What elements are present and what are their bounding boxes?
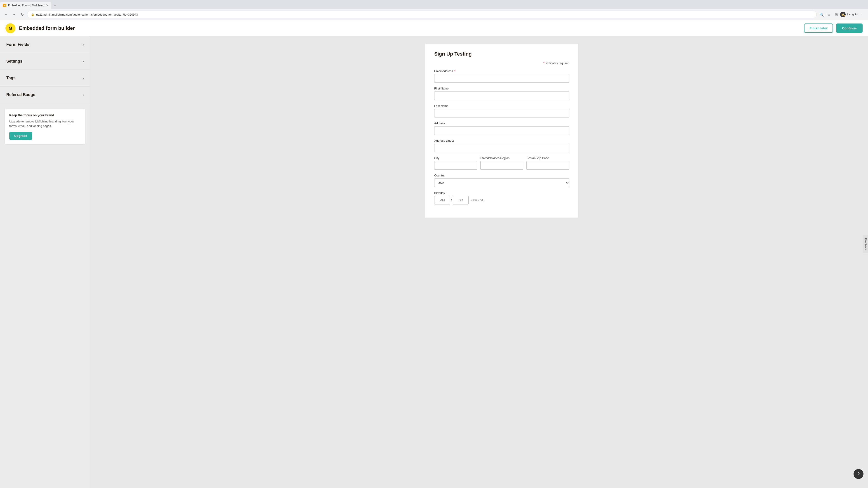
form-container: Sign Up Testing * indicates required Ema… (425, 43, 579, 218)
birthday-row: / ( mm / dd ) (434, 196, 569, 204)
first-name-label: First Name (434, 87, 569, 90)
address2-input[interactable] (434, 144, 569, 152)
address2-field-group: Address Line 2 (434, 139, 569, 152)
email-required-marker: * (454, 69, 456, 73)
upgrade-card-title: Keep the focus on your brand (9, 113, 81, 117)
browser-nav: ← → ↻ 🔒 us21.admin.mailchimp.com/audienc… (0, 9, 868, 20)
state-label: State/Province/Region (480, 156, 523, 160)
form-preview: Sign Up Testing * indicates required Ema… (135, 36, 868, 488)
search-button[interactable]: 🔍 (818, 11, 825, 18)
email-label: Email Address * (434, 69, 569, 73)
city-col: City (434, 156, 477, 170)
svg-text:M: M (9, 26, 12, 31)
sidebar-item-referral-badge[interactable]: Referral Badge › (0, 87, 90, 103)
address-label: Address (434, 122, 569, 125)
city-label: City (434, 156, 477, 160)
finish-later-button[interactable]: Finish later (804, 24, 833, 33)
logo-area: M Embedded form builder (5, 23, 75, 33)
reload-button[interactable]: ↻ (19, 11, 25, 18)
zip-label: Postal / Zip Code (526, 156, 569, 160)
address-input[interactable] (434, 126, 569, 135)
city-state-zip-row: City State/Province/Region Postal / Zip … (434, 156, 569, 170)
lock-icon: 🔒 (31, 13, 34, 16)
birthday-mm-input[interactable] (434, 196, 450, 204)
birthday-slash: / (451, 198, 452, 202)
sidebar-item-tags[interactable]: Tags › (0, 70, 90, 87)
center-area (90, 36, 135, 488)
incognito-label: Incognito (847, 13, 858, 16)
app-header: M Embedded form builder Finish later Con… (0, 20, 868, 36)
active-tab[interactable]: M Embedded Forms | Mailchimp ✕ (0, 2, 51, 9)
feedback-side-tab[interactable]: Feedback (863, 235, 868, 253)
address2-label: Address Line 2 (434, 139, 569, 142)
last-name-field-group: Last Name (434, 104, 569, 118)
feedback-button[interactable]: ? (854, 469, 864, 479)
new-tab-button[interactable]: + (51, 2, 59, 9)
form-fields-chevron-icon: › (83, 43, 84, 47)
address-bar[interactable]: 🔒 us21.admin.mailchimp.com/audience/form… (27, 11, 817, 18)
zip-input[interactable] (526, 161, 569, 170)
sidebar: Form Fields › Settings › Tags › Referral… (0, 36, 90, 488)
incognito-icon: 🕵 (840, 12, 846, 17)
last-name-label: Last Name (434, 104, 569, 107)
birthday-dd-input[interactable] (453, 196, 469, 204)
browser-chrome: M Embedded Forms | Mailchimp ✕ + ← → ↻ 🔒… (0, 0, 868, 20)
birthday-label: Birthday (434, 191, 569, 195)
continue-button[interactable]: Continue (836, 24, 863, 33)
referral-badge-chevron-icon: › (83, 93, 84, 97)
last-name-input[interactable] (434, 109, 569, 118)
tags-chevron-icon: › (83, 76, 84, 80)
mailchimp-logo: M (5, 23, 16, 33)
browser-nav-right: 🔍 ☆ ⊞ 🕵 Incognito ⋮ (818, 11, 865, 18)
tab-title: Embedded Forms | Mailchimp (8, 4, 44, 7)
upgrade-card: Keep the focus on your brand Upgrade to … (4, 109, 86, 144)
upgrade-card-description: Upgrade to remove Mailchimp branding fro… (9, 119, 81, 128)
forward-button[interactable]: → (11, 11, 17, 18)
back-button[interactable]: ← (3, 11, 9, 18)
tab-favicon: M (3, 4, 6, 7)
birthday-field-group: Birthday / ( mm / dd ) (434, 191, 569, 204)
birthday-format-hint: ( mm / dd ) (471, 199, 485, 202)
sidebar-item-form-fields[interactable]: Form Fields › (0, 36, 90, 53)
incognito-badge: 🕵 Incognito (840, 12, 858, 17)
country-select[interactable]: USA Canada United Kingdom Australia Othe… (434, 178, 569, 187)
upgrade-button[interactable]: Upgrade (9, 132, 32, 140)
browser-tabs: M Embedded Forms | Mailchimp ✕ + (0, 0, 868, 9)
zip-col: Postal / Zip Code (526, 156, 569, 170)
tags-label: Tags (6, 76, 16, 80)
referral-badge-label: Referral Badge (6, 92, 35, 97)
state-input[interactable] (480, 161, 523, 170)
app-title: Embedded form builder (19, 25, 75, 31)
header-actions: Finish later Continue (804, 24, 863, 33)
menu-button[interactable]: ⋮ (859, 11, 865, 18)
address-field-group: Address (434, 122, 569, 135)
state-col: State/Province/Region (480, 156, 523, 170)
first-name-input[interactable] (434, 92, 569, 100)
email-input[interactable] (434, 74, 569, 83)
form-title: Sign Up Testing (434, 51, 569, 57)
bookmark-button[interactable]: ☆ (826, 11, 832, 18)
required-note: * indicates required (434, 61, 569, 65)
sidebar-item-settings[interactable]: Settings › (0, 53, 90, 70)
settings-chevron-icon: › (83, 59, 84, 64)
email-field-group: Email Address * (434, 69, 569, 83)
url-text: us21.admin.mailchimp.com/audience/forms/… (36, 13, 813, 16)
required-star: * (544, 61, 545, 65)
first-name-field-group: First Name (434, 87, 569, 100)
form-fields-label: Form Fields (6, 42, 29, 47)
tab-close-icon[interactable]: ✕ (46, 4, 49, 7)
city-input[interactable] (434, 161, 477, 170)
country-label: Country (434, 174, 569, 177)
extensions-button[interactable]: ⊞ (833, 11, 839, 18)
main-content: Form Fields › Settings › Tags › Referral… (0, 36, 868, 488)
settings-label: Settings (6, 59, 22, 64)
required-note-text: indicates required (546, 61, 569, 65)
country-field-group: Country USA Canada United Kingdom Austra… (434, 174, 569, 187)
